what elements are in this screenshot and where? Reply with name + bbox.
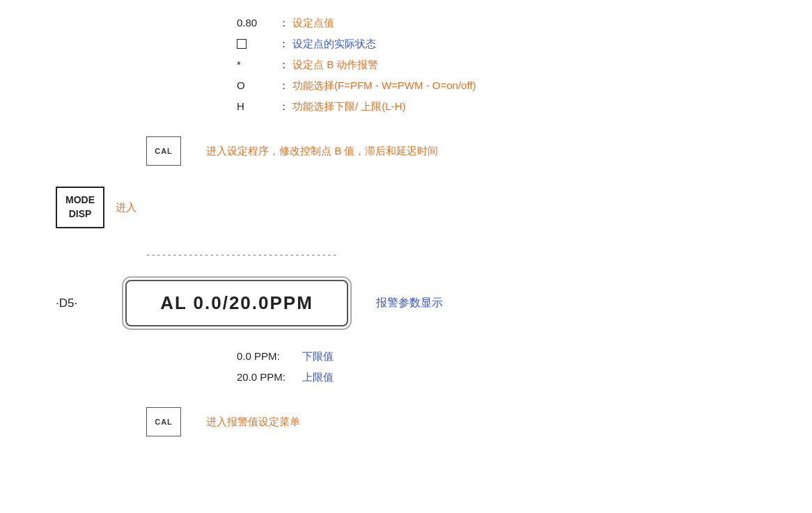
legend-key-1: 0.80	[237, 13, 279, 33]
mode-line1: MODE	[65, 194, 95, 207]
legend-colon-1: ：	[279, 13, 292, 33]
legend-row-4: O ： 功能选择(F=PFM - W=PWM - O=on/off)	[237, 75, 784, 96]
ppm-high-key: 20.0 PPM:	[237, 367, 299, 388]
legend-row-3: * ： 设定点 B 动作报警	[237, 54, 784, 75]
mode-disp-desc: 进入	[116, 201, 136, 214]
d5-display-box: AL 0.0/20.0PPM	[125, 280, 348, 326]
ppm-low-row: 0.0 PPM: 下限值	[237, 346, 784, 367]
cal-bottom-label: CAL	[155, 418, 173, 426]
d5-display-row: ·D5· AL 0.0/20.0PPM 报警参数显示	[56, 280, 784, 326]
square-icon	[237, 39, 247, 49]
mode-disp-button[interactable]: MODE DISP	[56, 187, 104, 228]
dashed-separator: ------------------------------------	[146, 249, 784, 260]
legend-colon-3: ：	[279, 54, 292, 75]
cal-bottom-button[interactable]: CAL	[146, 407, 181, 436]
legend-section: 0.80 ： 设定点值 ： 设定点的实际状态 * ： 设定点 B 动作报警 O …	[237, 13, 784, 117]
legend-row-1: 0.80 ： 设定点值	[237, 13, 784, 33]
legend-desc-5: 功能选择下限/ 上限(L-H)	[292, 96, 406, 117]
cal-top-label: CAL	[155, 147, 173, 155]
legend-key-5: H	[237, 96, 279, 117]
legend-key-2	[237, 33, 279, 54]
cal-bottom-row: CAL 进入报警值设定菜单	[146, 407, 784, 436]
legend-row-5: H ： 功能选择下限/ 上限(L-H)	[237, 96, 784, 117]
cal-bottom-desc: 进入报警值设定菜单	[206, 416, 300, 429]
legend-colon-5: ：	[279, 96, 292, 117]
legend-desc-3: 设定点 B 动作报警	[292, 54, 378, 75]
legend-key-3: *	[237, 54, 279, 75]
cal-top-desc: 进入设定程序，修改控制点 B 值，滞后和延迟时间	[206, 145, 438, 158]
ppm-high-row: 20.0 PPM: 上限值	[237, 367, 784, 388]
ppm-low-key: 0.0 PPM:	[237, 346, 299, 367]
legend-desc-1: 设定点值	[292, 13, 334, 33]
d5-display-desc: 报警参数显示	[376, 296, 443, 310]
cal-top-row: CAL 进入设定程序，修改控制点 B 值，滞后和延迟时间	[146, 136, 784, 166]
legend-key-4: O	[237, 75, 279, 96]
mode-line2: DISP	[69, 207, 92, 221]
legend-colon-2: ：	[279, 33, 292, 54]
d5-label: ·D5·	[56, 297, 97, 310]
legend-row-2: ： 设定点的实际状态	[237, 33, 784, 54]
legend-desc-2: 设定点的实际状态	[292, 33, 376, 54]
legend-desc-4: 功能选择(F=PFM - W=PWM - O=on/off)	[292, 75, 476, 96]
ppm-section: 0.0 PPM: 下限值 20.0 PPM: 上限值	[237, 346, 784, 388]
legend-colon-4: ：	[279, 75, 292, 96]
ppm-high-desc: 上限值	[302, 367, 334, 388]
ppm-low-desc: 下限值	[302, 346, 334, 367]
mode-disp-row: MODE DISP 进入	[56, 187, 784, 228]
cal-top-button[interactable]: CAL	[146, 136, 181, 166]
